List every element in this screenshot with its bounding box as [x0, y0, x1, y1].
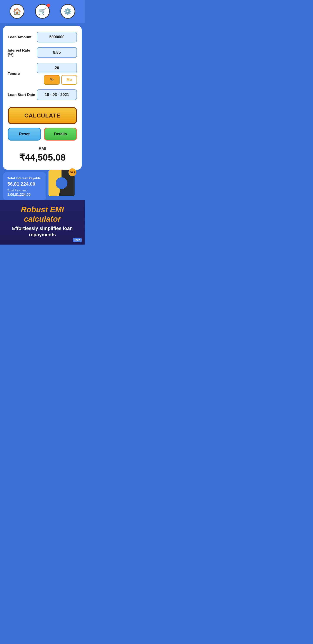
calculate-button[interactable]: CALCULATE — [8, 107, 77, 124]
details-button[interactable]: Details — [44, 128, 77, 140]
interest-rate-input[interactable] — [37, 47, 77, 58]
main-card: Loan Amount Interest Rate (%) Tenure Yr … — [3, 26, 82, 170]
brand-subtitle: Effortlessly simplifies loan repayments — [5, 226, 79, 238]
header: 🏠 🛒 ⚙️ — [0, 0, 85, 23]
brand-overlay: Robust EMI calculator Effortlessly simpl… — [0, 200, 85, 244]
emi-label: EMI — [8, 146, 77, 151]
brand-title: Robust EMI calculator — [5, 205, 79, 224]
action-row: Reset Details — [8, 128, 77, 140]
sub-labels: Total Payment 1,06,81,224.00 — [7, 189, 42, 197]
loan-start-input[interactable] — [37, 90, 77, 100]
tenure-row: Tenure Yr Mo — [8, 63, 77, 85]
pie-badge: 46.8 — [68, 168, 76, 176]
loan-amount-input[interactable] — [37, 32, 77, 42]
tenure-label: Tenure — [8, 72, 37, 76]
loan-start-label: Loan Start Date — [8, 93, 37, 97]
total-payment-value: 1,06,81,224.00 — [7, 193, 42, 197]
tenure-section: Yr Mo — [37, 63, 77, 85]
settings-icon: ⚙️ — [64, 8, 72, 15]
home-button[interactable]: 🏠 — [9, 4, 24, 19]
total-payment-label: Total Payment — [7, 189, 42, 192]
cart-icon: 🛒 — [38, 8, 46, 15]
interest-title: Total Interest Payable — [7, 176, 42, 180]
interest-card: Total Interest Payable 56,81,224.00 Tota… — [3, 172, 46, 200]
tenure-input[interactable] — [37, 63, 77, 73]
settings-button[interactable]: ⚙️ — [60, 4, 75, 19]
emi-value: ₹44,505.08 — [8, 152, 77, 163]
home-icon: 🏠 — [13, 8, 21, 15]
reset-button[interactable]: Reset — [8, 128, 41, 140]
interest-rate-row: Interest Rate (%) — [8, 47, 77, 58]
tenure-toggle-row: Yr Mo — [44, 75, 77, 85]
loan-amount-label: Loan Amount — [8, 35, 37, 40]
bottom-wrapper: Total Interest Payable 56,81,224.00 Tota… — [0, 170, 85, 244]
pie-chart: 46.8 — [48, 170, 74, 196]
emi-section: EMI ₹44,505.08 — [8, 143, 77, 164]
interest-rate-label: Interest Rate (%) — [8, 48, 37, 57]
loan-start-row: Loan Start Date — [8, 90, 77, 100]
tenure-yr-button[interactable]: Yr — [44, 75, 59, 85]
tenure-mo-button[interactable]: Mo — [61, 75, 77, 85]
interest-value: 56,81,224.00 — [7, 181, 42, 187]
loan-amount-row: Loan Amount — [8, 32, 77, 42]
cart-button[interactable]: 🛒 — [35, 4, 50, 19]
version-badge: 53.2 — [73, 238, 82, 242]
